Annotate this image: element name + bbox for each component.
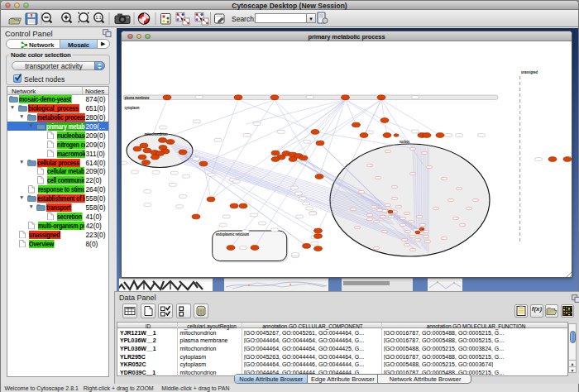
svg-text:nucleus: nucleus: [400, 140, 409, 144]
svg-text:cytoplasm: cytoplasm: [125, 106, 140, 110]
svg-text:plasma membrane: plasma membrane: [125, 96, 150, 100]
svg-text:mitochondrion: mitochondrion: [145, 132, 168, 136]
svg-text:1:1: 1:1: [96, 15, 102, 20]
svg-text:unassigned: unassigned: [521, 70, 538, 74]
